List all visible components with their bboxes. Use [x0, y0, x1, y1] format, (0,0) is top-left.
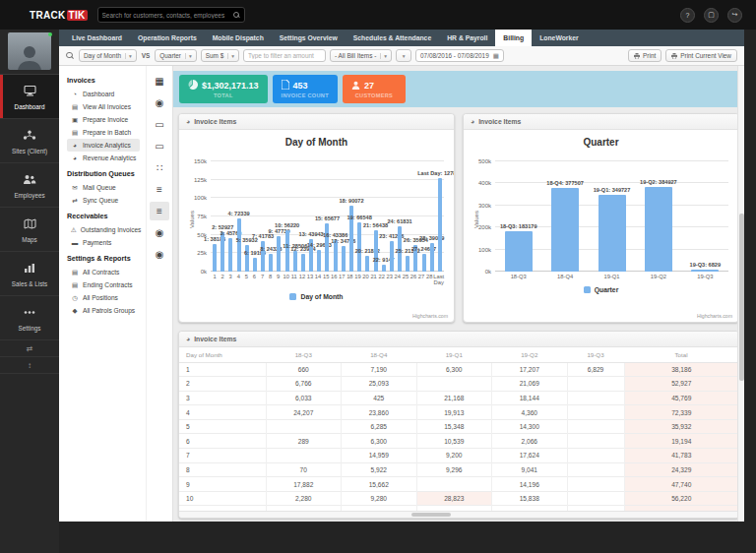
bar-27[interactable] — [422, 254, 426, 272]
tab-mobile-dispatch[interactable]: Mobile Dispatch — [205, 30, 272, 46]
legend[interactable]: Day of Month — [179, 293, 454, 300]
tab-live-dashboard[interactable]: Live Dashboard — [64, 30, 130, 46]
list-icon-2[interactable]: ≡ — [150, 202, 169, 220]
bar-6[interactable] — [253, 258, 257, 272]
aggregate-select[interactable]: Sum $▾ — [201, 49, 239, 62]
menu-item-ending-contracts[interactable]: ▤Ending Contracts — [67, 278, 140, 291]
bar-7[interactable] — [261, 241, 265, 272]
bar-13[interactable] — [309, 239, 313, 272]
legend[interactable]: Quarter — [464, 286, 738, 293]
bar-15[interactable] — [325, 223, 329, 272]
menu-item-outstanding-invoices[interactable]: ⚠Outstanding Invoices — [67, 223, 140, 236]
calendar-icon-1[interactable]: ▭ — [150, 115, 169, 134]
tab-hr-payroll[interactable]: HR & Payroll — [439, 30, 495, 46]
sidebar-item-maps[interactable]: Maps — [0, 208, 59, 252]
bill-items-select[interactable]: - All Bill Items -▾ — [330, 49, 392, 62]
column-header-total[interactable]: Total — [624, 347, 738, 362]
share-icon[interactable]: ↪ — [727, 8, 742, 23]
column-header-19-q3[interactable]: 19-Q3 — [567, 347, 624, 362]
bar-26[interactable] — [413, 245, 417, 272]
menu-item-mail-queue[interactable]: ✉Mail Queue — [67, 181, 140, 194]
bar-18-q3[interactable] — [505, 231, 533, 272]
bar-21[interactable] — [374, 230, 378, 272]
horizontal-scrollbar-thumb[interactable] — [411, 513, 451, 517]
sidebar-item-settings[interactable]: Settings — [0, 296, 59, 340]
bar-17[interactable] — [342, 246, 346, 272]
menu-item-revenue-analytics[interactable]: ◕Revenue Analytics — [67, 152, 140, 164]
vertical-scrollbar[interactable] — [737, 66, 744, 522]
date-range-picker[interactable]: 07/08/2016 - 07/08/2019 ▦ — [415, 49, 504, 62]
globe-icon-2[interactable]: ◉ — [150, 223, 169, 242]
tab-loneworker[interactable]: LoneWorker — [532, 30, 587, 46]
print-button[interactable]: Print — [628, 49, 662, 62]
user-avatar-block[interactable] — [0, 30, 59, 75]
dimension1-select[interactable]: Day of Month▾ — [79, 49, 137, 62]
menu-item-prepare-invoice[interactable]: ▣Prepare Invoice — [67, 113, 140, 126]
bar-18[interactable] — [349, 206, 353, 272]
bar-10[interactable] — [285, 230, 289, 272]
calendar-icon-2[interactable]: ▭ — [150, 137, 169, 155]
global-search[interactable] — [97, 7, 245, 23]
bar-12[interactable] — [301, 254, 305, 272]
bar-5[interactable] — [245, 245, 249, 272]
bar-16[interactable] — [334, 240, 338, 272]
column-header-19-q2[interactable]: 19-Q2 — [492, 347, 568, 362]
menu-item-all-contracts[interactable]: ▤All Contracts — [67, 266, 140, 278]
globe-icon-1[interactable]: ◉ — [150, 93, 169, 112]
bar-11[interactable] — [293, 251, 297, 272]
column-header-day-of-month[interactable]: Day of Month — [179, 347, 266, 362]
sidebar-item-dashboard[interactable]: Dashboard — [0, 75, 59, 119]
dimension2-select[interactable]: Quarter▾ — [155, 49, 196, 62]
filter-search-icon[interactable] — [66, 52, 74, 60]
sort-icon[interactable]: ↕ — [0, 357, 59, 374]
tab-settings-overview[interactable]: Settings Overview — [272, 30, 346, 46]
menu-item-sync-queue[interactable]: ⇄Sync Queue — [67, 194, 140, 207]
bar-14[interactable] — [317, 250, 321, 272]
global-search-input[interactable] — [102, 12, 233, 19]
search-icon[interactable] — [233, 12, 240, 19]
bar-3[interactable] — [228, 238, 232, 272]
bar-19-q1[interactable] — [598, 195, 626, 272]
bar-9[interactable] — [277, 236, 281, 272]
tab-schedules-attendance[interactable]: Schedules & Attendance — [346, 30, 439, 46]
sidebar-item-employees[interactable]: Employees — [0, 163, 59, 208]
bar-8[interactable] — [269, 254, 273, 272]
menu-item-dashboard[interactable]: ◔Dashboard — [67, 88, 140, 100]
menu-item-invoice-analytics[interactable]: ◕Invoice Analytics — [67, 139, 140, 152]
help-icon[interactable]: ? — [680, 8, 695, 23]
vertical-scrollbar-thumb[interactable] — [739, 214, 744, 381]
bar-25[interactable] — [406, 256, 410, 272]
tab-billing[interactable]: Billing — [495, 30, 532, 46]
display-icon[interactable]: ▢ — [704, 8, 719, 23]
swap-icon[interactable]: ⇄ — [0, 340, 59, 357]
summary-card-customers[interactable]: 27CUSTOMERS — [343, 75, 406, 103]
amount-filter-input[interactable] — [243, 49, 326, 62]
print-current-view-button[interactable]: Print Current View — [665, 49, 737, 62]
bar-19-q2[interactable] — [645, 187, 672, 272]
menu-item-all-patrols-groups[interactable]: ◆All Patrols Groups — [67, 304, 140, 317]
column-header-18-q3[interactable]: 18-Q3 — [266, 347, 342, 362]
summary-card-invoice-count[interactable]: 453INVOICE COUNT — [273, 75, 338, 103]
list-icon-1[interactable]: ≡ — [150, 180, 169, 199]
sidebar-item-sites-client[interactable]: Sites (Client) — [0, 119, 59, 163]
bar-24[interactable] — [398, 226, 402, 272]
bar-2[interactable] — [220, 232, 224, 272]
column-header-18-q4[interactable]: 18-Q4 — [342, 347, 417, 362]
bar-1[interactable] — [213, 244, 217, 273]
globe-icon-3[interactable]: ◉ — [150, 245, 169, 264]
briefcase-icon[interactable]: ▦ — [150, 72, 169, 91]
bar-22[interactable] — [382, 265, 386, 272]
column-header-19-q1[interactable]: 19-Q1 — [416, 347, 492, 362]
horizontal-scrollbar[interactable] — [179, 511, 738, 518]
bar-20[interactable] — [365, 256, 369, 272]
bar-28[interactable] — [430, 243, 434, 272]
sidebar-item-sales-lists[interactable]: Sales & Lists — [0, 252, 59, 296]
bar-19-q3[interactable] — [691, 270, 719, 272]
extra-filter-select[interactable]: ▾ — [396, 49, 411, 62]
menu-item-view-all-invoices[interactable]: ▤View All Invoices — [67, 100, 140, 113]
menu-item-prepare-in-batch[interactable]: ▤Prepare in Batch — [67, 126, 140, 139]
grid-icon[interactable]: ∷ — [150, 158, 169, 177]
avatar[interactable] — [8, 32, 51, 70]
bar-last-day[interactable] — [438, 178, 442, 272]
menu-item-all-positions[interactable]: ◷All Positions — [67, 291, 140, 304]
